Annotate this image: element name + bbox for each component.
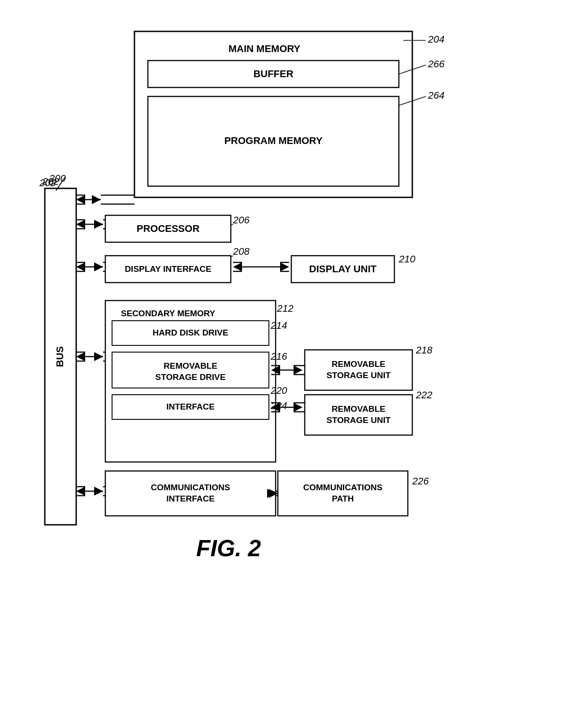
svg-marker-35 (280, 262, 289, 271)
processor-label: PROCESSOR (137, 223, 200, 234)
communications-interface-label2: INTERFACE (166, 494, 215, 503)
communications-interface-label: COMMUNICATIONS (151, 483, 230, 492)
removable-storage-drive-label: REMOVABLE (164, 361, 217, 371)
ref-210: 210 (398, 253, 415, 265)
svg-rect-52 (305, 350, 412, 390)
svg-marker-26 (76, 262, 85, 271)
interface-label: INTERFACE (166, 402, 215, 411)
svg-marker-45 (76, 352, 85, 361)
communications-path-label: COMMUNICATIONS (303, 483, 383, 492)
ref-216: 216 (270, 351, 287, 362)
svg-marker-8 (76, 195, 85, 204)
ref-204: 204 (428, 34, 445, 45)
ref-208: 208 (233, 246, 250, 257)
communications-path-label2: PATH (332, 494, 354, 503)
program-memory-label: PROGRAM MEMORY (224, 135, 323, 146)
ref-222: 222 (415, 389, 432, 401)
removable-storage-drive-label2: STORAGE DRIVE (156, 372, 226, 382)
secondary-memory-label: SECONDARY MEMORY (121, 309, 216, 318)
svg-rect-76 (278, 471, 408, 516)
hard-disk-drive-label: HARD DISK DRIVE (153, 328, 229, 337)
removable-storage-unit-2-label2: STORAGE UNIT (326, 415, 391, 425)
ref-264: 264 (428, 90, 445, 101)
svg-rect-68 (105, 471, 276, 516)
ref-226: 226 (412, 475, 429, 487)
ref-218: 218 (415, 344, 432, 356)
display-interface-label: DISPLAY INTERFACE (125, 264, 211, 274)
buffer-label: BUFFER (253, 68, 293, 79)
bus-label: BUS (54, 346, 65, 367)
svg-rect-60 (305, 395, 412, 435)
removable-storage-unit-2-label: REMOVABLE (332, 404, 385, 414)
display-unit-label: DISPLAY UNIT (309, 263, 377, 275)
ref-220: 220 (270, 385, 287, 396)
ref-206: 206 (233, 214, 250, 226)
diagram-container: MAIN MEMORY BUFFER PROGRAM MEMORY 204 26… (27, 18, 538, 682)
svg-marker-69 (76, 487, 85, 496)
ref-214: 214 (270, 320, 287, 331)
svg-marker-54 (294, 366, 303, 375)
svg-marker-17 (76, 220, 85, 229)
ref-202-text: 202 (39, 177, 56, 188)
svg-marker-34 (233, 262, 242, 271)
ref-266: 266 (428, 58, 445, 70)
figure-label: FIG. 2 (196, 535, 261, 561)
svg-marker-62 (294, 403, 303, 412)
removable-storage-unit-1-label2: STORAGE UNIT (326, 371, 391, 380)
ref-212: 212 (277, 303, 294, 314)
removable-storage-unit-1-label: REMOVABLE (332, 359, 385, 369)
main-memory-label: MAIN MEMORY (229, 43, 301, 54)
